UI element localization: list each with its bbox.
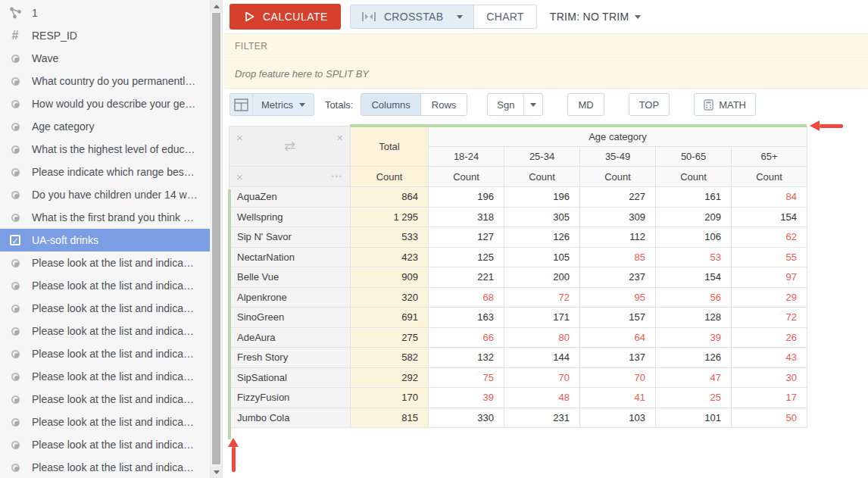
sidebar-item-label: 1 xyxy=(32,7,38,19)
row-label[interactable]: Fresh Story xyxy=(229,348,351,368)
scroll-down-button[interactable] xyxy=(211,466,222,478)
remove-rows-icon[interactable]: × xyxy=(236,132,243,143)
count-value: 128 xyxy=(656,308,732,328)
column-header[interactable]: 25-34 xyxy=(504,147,580,167)
count-value: 95 xyxy=(580,287,656,308)
total-value: 423 xyxy=(351,247,429,267)
corner-cell: × × ⇄ xyxy=(229,127,351,167)
more-options-icon[interactable]: ••• xyxy=(332,173,343,180)
sidebar-item-label: Age category xyxy=(32,120,95,133)
row-label[interactable]: NectarNation xyxy=(229,247,351,267)
total-value: 909 xyxy=(351,267,429,288)
sidebar-item[interactable]: Please look at the list and indica… xyxy=(0,433,210,456)
chart-button[interactable]: CHART xyxy=(474,5,536,29)
sidebar-item[interactable]: Please look at the list and indica… xyxy=(0,411,210,433)
top-button[interactable]: TOP xyxy=(629,93,670,116)
swap-axes-icon[interactable]: ⇄ xyxy=(284,138,295,155)
trim-dropdown[interactable]: TRIM: NO TRIM xyxy=(550,11,641,23)
sidebar-item[interactable]: Wave xyxy=(0,47,210,70)
scroll-up-button[interactable] xyxy=(211,0,222,12)
sidebar-item[interactable]: 1 xyxy=(0,2,210,24)
total-value: 275 xyxy=(351,327,429,348)
remove-metric-icon[interactable]: × xyxy=(236,171,243,183)
math-button[interactable]: MATH xyxy=(694,93,756,116)
table-row: Belle Vue90922120023715497 xyxy=(229,267,807,288)
radio-icon xyxy=(8,370,22,383)
table-row: SinoGreen69116317115712872 xyxy=(229,308,807,328)
sidebar-item[interactable]: Please look at the list and indica… xyxy=(0,320,210,342)
sidebar-item-label: UA-soft drinks xyxy=(32,234,98,246)
count-value: 112 xyxy=(580,227,656,248)
remove-columns-icon[interactable]: × xyxy=(336,132,343,143)
totals-columns-button[interactable]: Columns xyxy=(361,94,420,115)
count-value: 47 xyxy=(656,367,732,388)
column-group-header[interactable]: Age category xyxy=(429,127,807,147)
count-value: 237 xyxy=(580,267,656,288)
sidebar-item[interactable]: Please indicate which range bes… xyxy=(0,161,210,183)
column-header[interactable]: 18-24 xyxy=(429,147,504,167)
count-value: 70 xyxy=(580,367,656,388)
row-label[interactable]: Alpenkrone xyxy=(229,287,351,308)
row-label[interactable]: AquaZen xyxy=(229,187,351,208)
count-value: 105 xyxy=(504,247,580,267)
sidebar-item[interactable]: Please look at the list and indica… xyxy=(0,342,210,365)
row-label[interactable]: SinoGreen xyxy=(229,308,351,328)
sidebar-item-label: Please look at the list and indica… xyxy=(32,348,194,360)
row-label[interactable]: SipSational xyxy=(229,367,351,388)
radio-icon xyxy=(8,438,22,451)
sidebar-item[interactable]: Please look at the list and indica… xyxy=(0,251,210,274)
filter-dropzone[interactable]: FILTER xyxy=(223,33,868,58)
count-value: 53 xyxy=(656,247,732,267)
row-label[interactable]: Belle Vue xyxy=(229,267,351,288)
total-value: 582 xyxy=(351,348,429,368)
row-label[interactable]: Wellspring xyxy=(229,207,351,227)
sidebar-scrollbar[interactable] xyxy=(210,0,222,478)
total-value: 1 295 xyxy=(351,207,429,227)
table-layout-icon[interactable] xyxy=(230,94,253,115)
count-value: 125 xyxy=(429,247,504,267)
sidebar-item-label: Please look at the list and indica… xyxy=(32,393,194,405)
sidebar-item[interactable]: How would you describe your ge… xyxy=(0,92,210,115)
sidebar-item[interactable]: ✓UA-soft drinks xyxy=(0,229,210,251)
arrow-head xyxy=(228,438,239,447)
total-column-header[interactable]: Total xyxy=(351,127,429,167)
radio-icon xyxy=(8,461,22,474)
row-label[interactable]: FizzyFusion xyxy=(229,388,351,408)
column-header[interactable]: 35-49 xyxy=(580,147,656,167)
sgn-button[interactable]: Sgn xyxy=(488,99,523,111)
crosstab-table-container: × × ⇄ Total Age category 18-2425-3435-49… xyxy=(229,126,807,428)
metrics-dropdown[interactable]: Metrics xyxy=(229,93,314,116)
row-label[interactable]: AdeAura xyxy=(229,327,351,348)
md-button[interactable]: MD xyxy=(567,93,604,116)
metric-header: Count xyxy=(732,167,807,187)
sidebar-item[interactable]: Please look at the list and indica… xyxy=(0,388,210,411)
metric-row: × ••• Count CountCountCountCountCount xyxy=(229,167,807,187)
count-value: 144 xyxy=(504,348,580,368)
count-value: 154 xyxy=(732,207,807,227)
sidebar-item[interactable]: #RESP_ID xyxy=(0,24,210,47)
sgn-dropdown[interactable] xyxy=(523,94,542,115)
sidebar-item[interactable]: What is the highest level of educ… xyxy=(0,138,210,161)
column-header[interactable]: 50-65 xyxy=(656,147,732,167)
arrow-head xyxy=(810,120,820,131)
crosstab-button[interactable]: CROSSTAB xyxy=(350,5,474,29)
row-label[interactable]: Jumbo Cola xyxy=(229,408,351,428)
sidebar-item[interactable]: Do you have children under 14 w… xyxy=(0,183,210,206)
sidebar-item[interactable]: Please look at the list and indica… xyxy=(0,365,210,388)
column-header[interactable]: 65+ xyxy=(732,147,807,167)
sidebar-item[interactable]: Please look at the list and indica… xyxy=(0,297,210,320)
row-label[interactable]: Sip N' Savor xyxy=(229,227,351,248)
count-value: 200 xyxy=(504,267,580,288)
sidebar-item[interactable]: What is the first brand you think … xyxy=(0,206,210,229)
sidebar-item[interactable]: Please look at the list and indica… xyxy=(0,274,210,297)
sidebar-item[interactable]: Age category xyxy=(0,115,210,138)
split-by-dropzone[interactable]: Drop feature here to SPLIT BY xyxy=(223,58,868,89)
scrollbar-thumb[interactable] xyxy=(212,13,220,464)
totals-rows-button[interactable]: Rows xyxy=(421,94,467,115)
sgn-button-group: Sgn xyxy=(487,93,543,116)
sidebar-item[interactable]: What country do you permanentl… xyxy=(0,70,210,92)
sidebar-item[interactable]: Please look at the list and indica… xyxy=(0,456,210,478)
count-value: 30 xyxy=(732,367,807,388)
count-value: 29 xyxy=(732,287,807,308)
calculate-button[interactable]: CALCULATE xyxy=(229,4,341,30)
